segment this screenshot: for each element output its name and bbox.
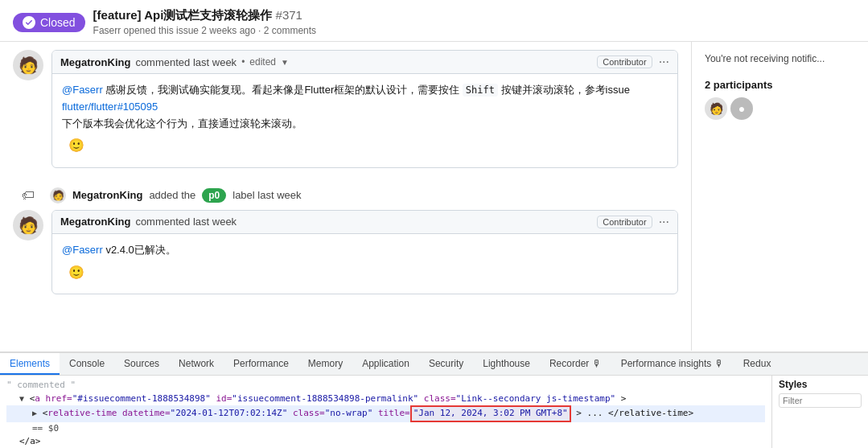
tab-perf-insights[interactable]: Performance insights 🎙 — [611, 353, 734, 375]
devtools-tabs: Elements Console Sources Network Perform… — [0, 353, 868, 376]
label-event: 🏷 🧑 MegatronKing added the p0 label last… — [13, 181, 678, 210]
notification-text: You're not receiving notific... — [705, 51, 855, 66]
label-event-author[interactable]: MegatronKing — [72, 189, 142, 201]
styles-label: Styles — [779, 379, 862, 390]
small-avatar-label-event: 🧑 — [50, 187, 66, 203]
mention-faserr-2[interactable]: @Faserr — [62, 244, 103, 256]
contributor-badge-1: Contributor — [597, 55, 652, 68]
more-options-1[interactable]: ··· — [659, 55, 669, 68]
comment-box-1: MegatronKing commented last week • edite… — [51, 50, 678, 168]
comment-action-2: commented last week — [135, 216, 237, 228]
comment-body-1: @Faserr 感谢反馈，我测试确实能复现。看起来像是Flutter框架的默认设… — [52, 74, 677, 167]
participants-label: 2 participants — [705, 79, 855, 91]
devtools-styles-panel: Styles — [771, 376, 868, 448]
issue-meta: Faserr opened this issue 2 weeks ago · 2… — [93, 25, 316, 36]
comment-text-3: 下个版本我会优化这个行为，直接通过滚轮来滚动。 — [62, 116, 668, 133]
edited-arrow-icon[interactable]: ▼ — [281, 58, 289, 67]
p0-label[interactable]: p0 — [202, 188, 226, 203]
label-event-action: added the — [149, 189, 195, 201]
flutter-link[interactable]: flutter/flutter#105095 — [62, 101, 158, 113]
issue-title: [feature] Api测试栏支持滚轮操作 #371 — [93, 8, 302, 23]
comment-header-2: MegatronKing commented last week Contrib… — [52, 211, 677, 234]
check-circle-icon — [23, 16, 35, 29]
comment-text-2: 按键并滚动滚轮，参考issue — [501, 84, 630, 96]
devtools-line-1: " commented " — [6, 379, 765, 393]
styles-filter-input[interactable] — [779, 393, 862, 408]
tag-icon: 🏷 — [22, 188, 35, 203]
participant-avatars: 🧑 ● — [705, 97, 855, 120]
tab-elements[interactable]: Elements — [0, 353, 60, 375]
participant-avatar-2: ● — [730, 97, 753, 120]
contributor-badge-2: Contributor — [597, 216, 652, 228]
comment-edited-label[interactable]: edited — [249, 56, 276, 68]
comment-resolve-text: v2.4.0已解决。 — [105, 244, 175, 256]
tab-sources[interactable]: Sources — [114, 353, 169, 375]
devtools-line-3: ▶ <relative-time datetime="2024-01-12T07… — [6, 405, 765, 422]
emoji-react-btn-2[interactable]: 🙂 — [62, 259, 668, 286]
tab-security[interactable]: Security — [419, 353, 473, 375]
sidebar: You're not receiving notific... 2 partic… — [691, 42, 868, 351]
comment-author-2[interactable]: MegatronKing — [60, 216, 130, 228]
avatar-2: 🧑 — [13, 210, 43, 240]
tab-memory[interactable]: Memory — [298, 353, 352, 375]
comment-header-1: MegatronKing commented last week • edite… — [52, 51, 677, 74]
tab-network[interactable]: Network — [169, 353, 224, 375]
label-event-suffix: label last week — [232, 189, 301, 201]
comment-box-2: MegatronKing commented last week Contrib… — [51, 210, 678, 294]
closed-label: Closed — [40, 16, 76, 29]
comment-text-1: 感谢反馈，我测试确实能复现。看起来像是Flutter框架的默认设计，需要按住 — [105, 84, 462, 96]
code-shift: Shift — [463, 84, 498, 97]
avatar-1: 🧑 — [13, 50, 43, 80]
tab-console[interactable]: Console — [60, 353, 114, 375]
more-options-2[interactable]: ··· — [659, 216, 669, 228]
devtools-line-2: ▼ <a href="#issuecomment-1888534898" id=… — [6, 393, 765, 406]
comment-author-1[interactable]: MegatronKing — [60, 56, 130, 68]
mention-faserr[interactable]: @Faserr — [62, 84, 103, 96]
participants-section: 2 participants 🧑 ● — [705, 79, 855, 120]
emoji-react-btn-1[interactable]: 🙂 — [62, 132, 668, 159]
issue-header: Closed [feature] Api测试栏支持滚轮操作 #371 Faser… — [0, 0, 868, 42]
tab-recorder[interactable]: Recorder 🎙 — [540, 353, 611, 375]
tab-application[interactable]: Application — [352, 353, 419, 375]
highlighted-attr: "Jan 12, 2024, 3:02 PM GMT+8" — [410, 405, 571, 422]
tab-performance[interactable]: Performance — [224, 353, 298, 375]
closed-badge: Closed — [13, 13, 85, 32]
devtools-panel: Elements Console Sources Network Perform… — [0, 351, 868, 448]
comment-block-1: 🧑 MegatronKing commented last week • edi… — [13, 50, 678, 168]
tab-lighthouse[interactable]: Lighthouse — [473, 353, 540, 375]
comment-action-1: commented last week — [135, 56, 237, 68]
devtools-main: " commented " ▼ <a href="#issuecomment-1… — [0, 376, 771, 448]
devtools-body: " commented " ▼ <a href="#issuecomment-1… — [0, 376, 868, 448]
devtools-line-5: </a> — [6, 435, 765, 448]
comments-area: 🧑 MegatronKing commented last week • edi… — [0, 42, 691, 351]
comment-body-2: @Faserr v2.4.0已解决。 🙂 — [52, 234, 677, 294]
issue-number: #371 — [276, 8, 302, 22]
devtools-line-4: == $0 — [6, 422, 765, 436]
tab-redux[interactable]: Redux — [734, 353, 781, 375]
comment-block-2: 🧑 MegatronKing commented last week Contr… — [13, 210, 678, 294]
participant-avatar-1: 🧑 — [705, 97, 727, 120]
